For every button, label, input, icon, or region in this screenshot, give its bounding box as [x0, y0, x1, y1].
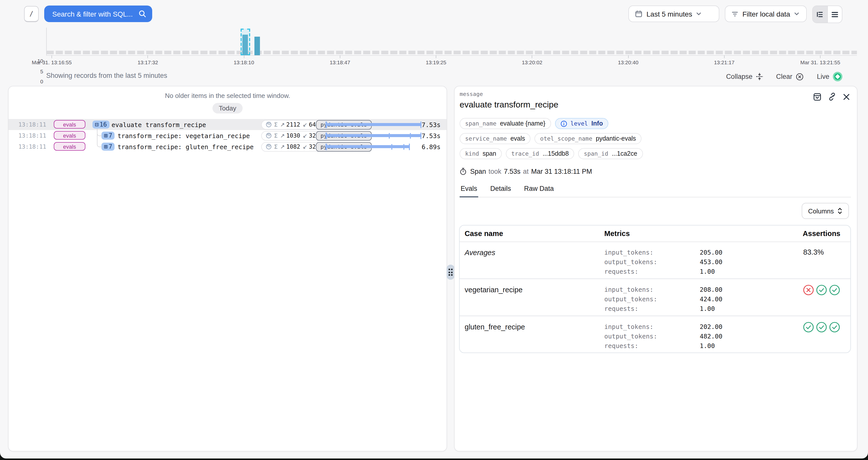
- tree-view-button[interactable]: [813, 6, 827, 23]
- attribute-pill[interactable]: kindspan: [460, 148, 502, 159]
- assertion-pass-icon: [829, 321, 840, 333]
- attribute-key: span_id: [584, 150, 608, 157]
- expand-children-chip[interactable]: ⊞7: [101, 131, 115, 139]
- duration-bar[interactable]: [326, 145, 410, 148]
- metric-value: 208.00: [700, 286, 722, 295]
- metric-value: 424.00: [700, 295, 722, 305]
- duration-bar-track: [326, 141, 422, 152]
- copy-link-icon[interactable]: [828, 92, 836, 101]
- tab-evals[interactable]: Evals: [460, 183, 478, 197]
- attribute-key: service_name: [465, 135, 507, 142]
- columns-button[interactable]: Columns: [801, 203, 849, 219]
- timeline-bar[interactable]: [254, 37, 260, 55]
- trace-timestamp: 13:18:11: [16, 121, 46, 128]
- x-axis-tick: [436, 55, 436, 58]
- metric-line: requests:1.00: [604, 342, 722, 352]
- span-timing-line: Span took 7.53s at Mar 31 13:18:11 PM: [460, 168, 851, 175]
- service-tag-badge[interactable]: evals: [54, 120, 85, 129]
- x-axis-tick-label: 13:17:32: [137, 59, 158, 65]
- bar-end-cap: [420, 121, 422, 128]
- child-span-tick: [389, 133, 390, 138]
- attribute-pill[interactable]: otel_scope_namepydantic-evals: [535, 133, 642, 144]
- live-label: Live: [817, 73, 829, 80]
- list-view-icon: [831, 11, 838, 17]
- attribute-value: Info: [591, 120, 603, 127]
- token-stats-chip[interactable]: Σ↗ 2112↙ 648: [261, 120, 324, 129]
- tab-details[interactable]: Details: [489, 183, 512, 197]
- sigma-icon: Σ: [274, 121, 278, 128]
- x-axis-tick: [532, 55, 532, 58]
- assertion-fail-icon: [803, 284, 814, 296]
- duration-bar[interactable]: [326, 134, 422, 137]
- filter-icon: [732, 11, 738, 17]
- token-stats-chip[interactable]: Σ↗ 1030↙ 323: [261, 131, 324, 140]
- arrow-down-left-icon: ↙: [303, 122, 307, 128]
- attribute-pill[interactable]: service_nameevals: [460, 133, 531, 144]
- date-separator-pill[interactable]: Today: [212, 103, 243, 113]
- bar-end-cap: [409, 143, 410, 150]
- metric-value: 1.00: [700, 268, 715, 277]
- trace-timestamp: 13:18:11: [16, 132, 46, 139]
- calendar-icon: [635, 10, 643, 18]
- expand-children-chip[interactable]: ⊞7: [101, 142, 115, 151]
- eval-table-row[interactable]: gluten_free_recipeinput_tokens:202.00out…: [460, 316, 850, 353]
- trace-row[interactable]: 13:18:11evals⊞7transform_recipe: vegetar…: [8, 130, 446, 141]
- attribute-pill[interactable]: trace_id...15ddb8: [506, 148, 575, 159]
- x-axis-tick-label: 13:20:02: [522, 59, 542, 65]
- arrow-up-right-icon: ↗: [280, 133, 285, 139]
- sent-tokens: ↗ 1082: [280, 143, 300, 150]
- timeline-plot[interactable]: [46, 28, 857, 55]
- service-tag-badge[interactable]: evals: [54, 142, 85, 151]
- metric-value: 453.00: [700, 258, 722, 268]
- metric-label: input_tokens:: [604, 249, 700, 258]
- top-bar: / Search & filter with SQL... Last 5 min…: [0, 5, 868, 22]
- close-icon[interactable]: [843, 93, 850, 100]
- col-header-case-name: Case name: [465, 230, 503, 237]
- y-axis-tick-label: 0: [31, 78, 43, 85]
- timeline-chart: 1050 Mar 31. 13:16:5513:17:3213:18:1013:…: [46, 28, 857, 65]
- attribute-pill[interactable]: span_nameevaluate {name}: [460, 118, 551, 129]
- live-toggle[interactable]: Live: [817, 72, 842, 81]
- eval-table-row[interactable]: Averagesinput_tokens:205.00output_tokens…: [460, 242, 850, 278]
- tab-raw-data[interactable]: Raw Data: [523, 183, 555, 197]
- attribute-pill[interactable]: levelInfo: [555, 118, 608, 129]
- duration-bar[interactable]: [326, 123, 422, 126]
- x-axis-tick: [52, 55, 52, 58]
- eval-table-row[interactable]: vegetarian_recipeinput_tokens:208.00outp…: [460, 278, 850, 316]
- detail-tabs: EvalsDetailsRaw Data: [460, 183, 851, 197]
- x-axis-tick: [724, 55, 724, 58]
- clear-button[interactable]: Clear: [776, 72, 804, 80]
- service-tag-badge[interactable]: evals: [54, 131, 85, 140]
- plus-box-icon: ⊞: [104, 132, 107, 138]
- attribute-value: evaluate {name}: [500, 120, 546, 127]
- filter-local-data-select[interactable]: Filter local data: [725, 5, 807, 22]
- columns-label: Columns: [808, 207, 834, 215]
- clear-label: Clear: [776, 73, 793, 80]
- search-button[interactable]: Search & filter with SQL...: [44, 5, 152, 22]
- col-header-metrics: Metrics: [604, 230, 630, 237]
- metric-label: requests:: [604, 305, 700, 315]
- view-mode-toggle: [812, 5, 842, 23]
- tokens-icon: [266, 133, 272, 139]
- tree-connector: [97, 129, 102, 147]
- attribute-value: ...15ddb8: [542, 150, 569, 157]
- collapse-button[interactable]: Collapse: [726, 73, 763, 80]
- token-stats-chip[interactable]: Σ↗ 1082↙ 325: [261, 142, 324, 152]
- collapse-children-chip[interactable]: ⊟16: [92, 120, 109, 128]
- trace-row[interactable]: 13:18:11evals⊞7transform_recipe: gluten_…: [8, 141, 446, 152]
- bar-start-cap: [326, 132, 327, 139]
- child-count: 7: [108, 132, 112, 139]
- list-view-button[interactable]: [827, 6, 842, 23]
- assertion-pass-icon: [829, 284, 840, 296]
- attribute-value: evals: [510, 135, 525, 142]
- open-in-panel-icon[interactable]: [813, 93, 821, 101]
- child-count: 7: [108, 143, 112, 150]
- page-background: / Search & filter with SQL... Last 5 min…: [0, 0, 868, 459]
- trace-row[interactable]: 13:18:11evals⊟16evaluate transform_recip…: [8, 119, 446, 130]
- panel-resize-handle[interactable]: [446, 265, 455, 280]
- time-range-select[interactable]: Last 5 minutes: [628, 5, 719, 22]
- metrics-cell: input_tokens:202.00output_tokens:482.00r…: [604, 323, 722, 352]
- attribute-pill[interactable]: span_id...1ca2ce: [579, 148, 643, 159]
- slash-shortcut-key: /: [24, 6, 39, 22]
- metric-label: requests:: [604, 268, 700, 277]
